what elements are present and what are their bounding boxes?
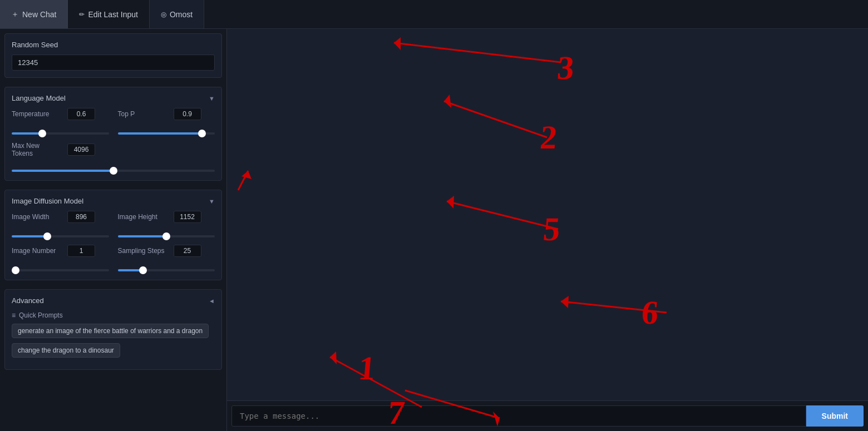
image-number-slider[interactable]	[12, 269, 109, 271]
prompt-chip-0[interactable]: generate an image of the fierce battle o…	[12, 324, 209, 338]
random-seed-panel: Random Seed	[4, 33, 222, 78]
image-width-slider[interactable]	[12, 235, 109, 237]
main-layout: Random Seed Language Model ▼ Temperature…	[0, 29, 868, 431]
eye-icon: ◎	[161, 11, 166, 18]
language-model-chevron[interactable]: ▼	[209, 95, 215, 102]
image-diffusion-panel: Image Diffusion Model ▼ Image Width 896	[4, 190, 222, 280]
top-p-row: Top P 0.9	[118, 108, 215, 120]
svg-line-1	[405, 390, 500, 400]
svg-line-4	[444, 101, 547, 137]
image-width-slider-wrap	[12, 231, 109, 239]
svg-text:5: 5	[542, 210, 562, 247]
image-number-label: Image Number	[12, 247, 62, 255]
edit-last-button[interactable]: ✏ Edit Last Input	[68, 0, 150, 28]
new-chat-button[interactable]: ＋ New Chat	[0, 0, 68, 28]
top-bar: ＋ New Chat ✏ Edit Last Input ◎ Omost	[0, 0, 868, 29]
temperature-slider-wrap	[12, 128, 109, 136]
sidebar: Random Seed Language Model ▼ Temperature…	[0, 29, 227, 431]
advanced-header[interactable]: Advanced ◄	[5, 290, 221, 311]
svg-text:1: 1	[357, 349, 377, 387]
svg-marker-8	[394, 37, 401, 50]
image-width-row: Image Width 896	[12, 211, 109, 223]
image-diffusion-title: Image Diffusion Model	[12, 197, 83, 205]
random-seed-title: Random Seed	[12, 41, 58, 49]
temperature-label: Temperature	[12, 110, 62, 118]
top-bar-left: ＋ New Chat ✏ Edit Last Input ◎ Omost	[0, 0, 204, 28]
advanced-panel: Advanced ◄ ≡ Quick Prompts generate an i…	[4, 289, 222, 370]
prompt-chips: generate an image of the fierce battle o…	[12, 324, 215, 363]
temperature-slider[interactable]	[12, 132, 109, 135]
image-width-value: 896	[67, 211, 95, 223]
svg-text:2: 2	[539, 118, 559, 156]
prompt-chip-1[interactable]: change the dragon to a dinosaur	[12, 343, 120, 358]
pencil-icon: ✏	[79, 11, 85, 18]
svg-marker-19	[241, 171, 251, 179]
language-model-title: Language Model	[12, 94, 66, 102]
chat-input-bar: Submit	[227, 400, 868, 431]
svg-line-16	[330, 357, 422, 400]
svg-marker-14	[561, 296, 569, 308]
new-chat-label: New Chat	[22, 10, 56, 19]
image-height-slider-wrap	[118, 231, 215, 239]
tab-omost[interactable]: ◎ Omost	[150, 0, 204, 28]
sampling-steps-value: 25	[174, 245, 201, 257]
quick-prompts-text: Quick Prompts	[19, 311, 63, 319]
top-p-slider[interactable]	[118, 132, 215, 135]
sampling-steps-slider-wrap	[118, 265, 215, 273]
chat-input[interactable]	[231, 405, 806, 427]
advanced-content: ≡ Quick Prompts generate an image of the…	[5, 311, 221, 369]
temperature-row: Temperature 0.6	[12, 108, 109, 120]
advanced-title: Advanced	[12, 296, 44, 305]
image-diffusion-controls: Image Width 896 Image Height 1152	[12, 211, 215, 273]
max-tokens-control: Max New Tokens 4096	[12, 142, 215, 174]
svg-marker-17	[330, 351, 337, 364]
random-seed-input[interactable]	[12, 55, 215, 71]
lines-icon: ≡	[12, 311, 16, 319]
svg-marker-5	[444, 95, 451, 108]
image-diffusion-chevron[interactable]: ▼	[209, 198, 215, 205]
top-p-value: 0.9	[174, 108, 201, 120]
language-model-panel: Language Model ▼ Temperature 0.6	[4, 87, 222, 181]
svg-line-18	[238, 171, 248, 190]
image-number-slider-wrap	[12, 265, 109, 273]
svg-line-7	[394, 43, 561, 62]
image-number-value: 1	[67, 245, 95, 257]
image-height-control: Image Height 1152	[118, 211, 215, 239]
image-number-row: Image Number 1	[12, 245, 109, 257]
top-p-control: Top P 0.9	[118, 108, 215, 136]
svg-marker-11	[447, 196, 454, 209]
language-model-controls: Temperature 0.6 Top P 0.9	[12, 108, 215, 174]
sampling-steps-slider[interactable]	[118, 269, 215, 271]
svg-text:6: 6	[640, 294, 660, 331]
submit-button[interactable]: Submit	[806, 405, 864, 427]
image-height-label: Image Height	[118, 213, 168, 221]
image-height-slider[interactable]	[118, 235, 215, 237]
quick-prompts-label: ≡ Quick Prompts	[12, 311, 215, 319]
sampling-steps-label: Sampling Steps	[118, 247, 168, 255]
tab-omost-label: Omost	[170, 10, 193, 19]
plus-icon: ＋	[11, 9, 19, 19]
image-number-control: Image Number 1	[12, 245, 109, 273]
svg-line-13	[561, 301, 667, 313]
max-tokens-row: Max New Tokens 4096	[12, 142, 215, 157]
image-width-label: Image Width	[12, 213, 62, 221]
svg-text:3: 3	[556, 49, 576, 86]
image-height-row: Image Height 1152	[118, 211, 215, 223]
advanced-chevron[interactable]: ◄	[209, 298, 215, 304]
max-tokens-slider-wrap	[12, 165, 215, 174]
sampling-steps-row: Sampling Steps 25	[118, 245, 215, 257]
max-tokens-slider[interactable]	[12, 170, 215, 172]
image-width-control: Image Width 896	[12, 211, 109, 239]
random-seed-header: Random Seed	[12, 41, 215, 49]
language-model-header: Language Model ▼	[12, 94, 215, 102]
sampling-steps-control: Sampling Steps 25	[118, 245, 215, 273]
image-height-value: 1152	[174, 211, 201, 223]
annotation-overlay: 1 2 3 5 6	[227, 29, 868, 400]
top-p-label: Top P	[118, 110, 168, 118]
svg-text:7: 7	[387, 394, 407, 400]
temperature-control: Temperature 0.6	[12, 108, 109, 136]
chat-messages: 1 2 3 5 6	[227, 29, 868, 400]
image-diffusion-header: Image Diffusion Model ▼	[12, 197, 215, 205]
top-p-slider-wrap	[118, 128, 215, 136]
chat-area: 1 2 3 5 6	[227, 29, 868, 431]
